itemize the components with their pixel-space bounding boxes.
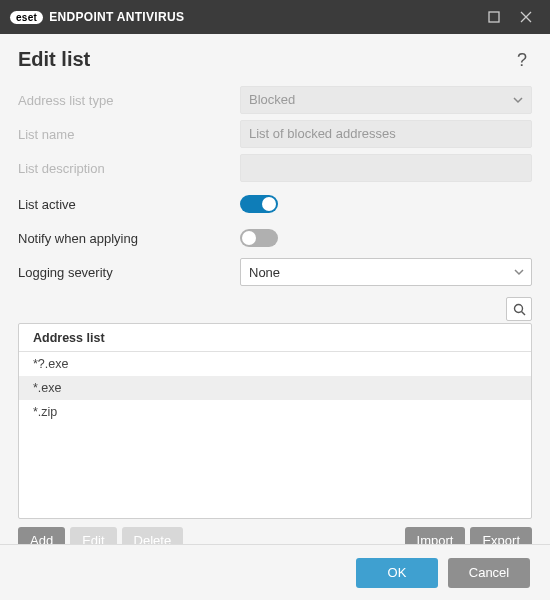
table-header[interactable]: Address list	[19, 324, 531, 352]
titlebar: eset ENDPOINT ANTIVIRUS	[0, 0, 550, 34]
maximize-button[interactable]	[478, 0, 510, 34]
ok-button[interactable]: OK	[356, 558, 438, 588]
active-label: List active	[18, 197, 240, 212]
type-value: Blocked	[249, 92, 295, 107]
severity-select[interactable]: None	[240, 258, 532, 286]
table-body: *?.exe*.exe*.zip	[19, 352, 531, 424]
cancel-button[interactable]: Cancel	[448, 558, 530, 588]
address-table: Address list *?.exe*.exe*.zip	[18, 323, 532, 519]
svg-point-1	[514, 304, 522, 312]
active-toggle[interactable]	[240, 195, 278, 213]
name-field: List of blocked addresses	[240, 120, 532, 148]
content: Edit list ? Address list type Blocked Li…	[0, 34, 550, 553]
notify-label: Notify when applying	[18, 231, 240, 246]
type-label: Address list type	[18, 93, 240, 108]
square-icon	[488, 11, 500, 23]
search-icon	[513, 303, 526, 316]
table-row[interactable]: *.exe	[19, 376, 531, 400]
toggle-knob	[262, 197, 276, 211]
page-title: Edit list	[18, 48, 512, 71]
toggle-knob	[242, 231, 256, 245]
notify-toggle[interactable]	[240, 229, 278, 247]
table-row[interactable]: *?.exe	[19, 352, 531, 376]
close-icon	[520, 11, 532, 23]
help-button[interactable]: ?	[512, 50, 532, 70]
type-select: Blocked	[240, 86, 532, 114]
brand: eset ENDPOINT ANTIVIRUS	[10, 10, 184, 24]
chevron-down-icon	[513, 95, 523, 105]
name-label: List name	[18, 127, 240, 142]
name-value: List of blocked addresses	[249, 126, 396, 141]
footer: OK Cancel	[0, 544, 550, 600]
table-row[interactable]: *.zip	[19, 400, 531, 424]
brand-badge: eset	[10, 11, 43, 24]
svg-rect-0	[489, 12, 499, 22]
desc-field	[240, 154, 532, 182]
brand-text: ENDPOINT ANTIVIRUS	[49, 10, 184, 24]
close-button[interactable]	[510, 0, 542, 34]
desc-label: List description	[18, 161, 240, 176]
severity-label: Logging severity	[18, 265, 240, 280]
search-button[interactable]	[506, 297, 532, 321]
